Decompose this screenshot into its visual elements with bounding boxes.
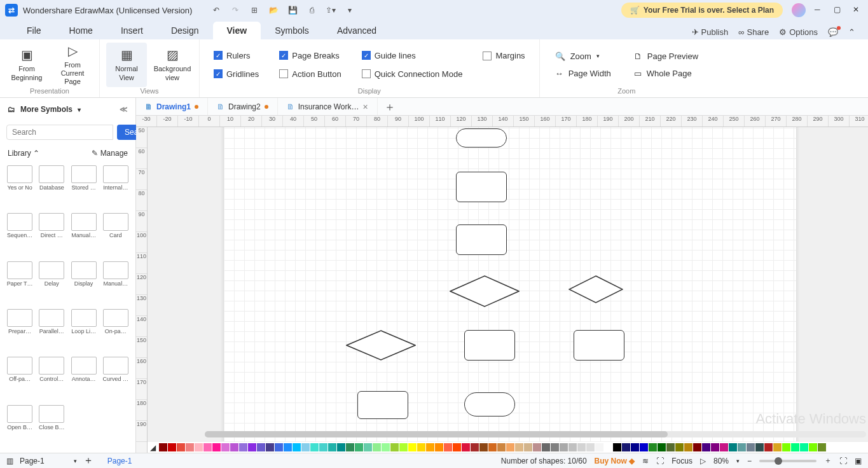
focus-label[interactable]: Focus	[672, 457, 692, 465]
color-swatch[interactable]	[266, 443, 274, 451]
color-swatch[interactable]	[640, 443, 648, 451]
color-swatch[interactable]	[702, 443, 710, 451]
color-swatch[interactable]	[355, 443, 363, 451]
color-swatch[interactable]	[684, 443, 692, 451]
decision-shape[interactable]	[568, 275, 623, 303]
maximize-icon[interactable]: ▢	[834, 5, 844, 15]
shape-library-item[interactable]: Curved …	[101, 357, 130, 402]
zoom-button[interactable]: 🔍Zoom▾	[555, 52, 611, 61]
undo-icon[interactable]: ↶	[211, 5, 221, 15]
minimize-icon[interactable]: ─	[815, 5, 825, 15]
trial-banner[interactable]: 🛒 Your Free Trial is over. Select a Plan	[621, 3, 783, 18]
shape-library-item[interactable]: Parallel…	[37, 309, 66, 354]
color-swatch[interactable]	[186, 443, 194, 451]
color-swatch[interactable]	[275, 443, 283, 451]
shape-library-item[interactable]: Sequen…	[5, 213, 34, 258]
fullscreen-icon[interactable]: ▣	[855, 457, 862, 465]
color-swatch[interactable]	[720, 443, 728, 451]
color-swatch[interactable]	[293, 443, 301, 451]
color-swatch[interactable]	[729, 443, 737, 451]
color-swatch[interactable]	[533, 443, 541, 451]
user-avatar[interactable]	[792, 3, 806, 17]
chevron-down-icon[interactable]: ▾	[78, 106, 81, 113]
drawing-page[interactable]	[224, 127, 796, 453]
guide-lines-checkbox[interactable]: ✓Guide lines	[362, 51, 463, 60]
color-swatch[interactable]	[239, 443, 247, 451]
shape-library-item[interactable]: Control…	[37, 357, 66, 402]
manage-button[interactable]: ✎ Manage	[92, 149, 128, 158]
whole-page-button[interactable]: ▭Whole Page	[634, 69, 698, 78]
color-swatch[interactable]	[631, 443, 639, 451]
publish-button[interactable]: ✈Publish	[692, 27, 729, 37]
page-preview-button[interactable]: 🗋Page Preview	[634, 52, 698, 61]
zoom-in-button[interactable]: ＋	[824, 455, 832, 466]
color-swatch[interactable]	[328, 443, 336, 451]
open-icon[interactable]: 📂	[268, 5, 279, 15]
color-swatch[interactable]	[551, 443, 559, 451]
color-swatch[interactable]	[390, 443, 399, 451]
color-swatch[interactable]	[408, 443, 417, 451]
color-swatch[interactable]	[764, 443, 773, 451]
color-swatch[interactable]	[497, 443, 506, 451]
add-page-button[interactable]: ＋	[83, 454, 93, 467]
color-swatch[interactable]	[773, 443, 782, 451]
color-swatch[interactable]	[604, 443, 612, 451]
color-swatch[interactable]	[257, 443, 265, 451]
color-swatch[interactable]	[747, 443, 755, 451]
margins-checkbox[interactable]: Margins	[483, 51, 525, 60]
color-swatch[interactable]	[159, 443, 167, 451]
color-swatch[interactable]	[310, 443, 319, 451]
shape-library-item[interactable]: Yes or No	[5, 165, 34, 210]
color-swatch[interactable]	[417, 443, 425, 451]
redo-icon[interactable]: ↷	[230, 5, 240, 15]
color-swatch[interactable]	[560, 443, 568, 451]
canvas[interactable]: Activate Windows ◢	[148, 127, 868, 453]
menu-home[interactable]: Home	[55, 22, 107, 39]
color-swatch[interactable]	[248, 443, 256, 451]
menu-symbols[interactable]: Symbols	[261, 22, 323, 39]
horizontal-scrollbar[interactable]	[205, 431, 866, 437]
color-swatch[interactable]	[426, 443, 434, 451]
shape-library-item[interactable]: Delay	[37, 261, 66, 306]
shape-library-item[interactable]: Annota…	[69, 357, 99, 402]
shape-library-item[interactable]: Paper T…	[5, 261, 34, 306]
color-swatch[interactable]	[782, 443, 790, 451]
shape-library-item[interactable]: On-pa…	[101, 309, 130, 354]
color-swatch[interactable]	[595, 443, 603, 451]
from-current-button[interactable]: ▷From Current Page	[52, 43, 93, 87]
decision-shape[interactable]	[450, 275, 520, 307]
collapse-sidebar-icon[interactable]: ≪	[120, 105, 128, 114]
color-swatch[interactable]	[195, 443, 203, 451]
collapse-ribbon-icon[interactable]: ⌃	[848, 27, 855, 37]
shape-library-item[interactable]: Internal…	[101, 165, 130, 210]
color-swatch[interactable]	[791, 443, 799, 451]
normal-view-button[interactable]: ▦Normal View	[106, 43, 147, 87]
document-tab[interactable]: 🗎Drawing1	[136, 98, 208, 115]
color-swatch[interactable]	[800, 443, 808, 451]
color-swatch[interactable]	[649, 443, 657, 451]
color-swatch[interactable]	[542, 443, 550, 451]
shape-library-item[interactable]: Manual…	[101, 261, 130, 306]
color-swatch[interactable]	[168, 443, 176, 451]
shape-library-item[interactable]: Open B…	[5, 405, 34, 450]
color-swatch[interactable]	[515, 443, 523, 451]
color-swatch[interactable]	[337, 443, 345, 451]
quick-connection-checkbox[interactable]: Quick Connection Mode	[362, 69, 463, 79]
menu-design[interactable]: Design	[157, 22, 213, 39]
library-label[interactable]: Library ⌃	[8, 149, 39, 158]
shape-library-item[interactable]: Prepar…	[5, 309, 34, 354]
color-swatch[interactable]	[301, 443, 310, 451]
close-tab-icon[interactable]: ×	[363, 102, 368, 112]
color-swatch[interactable]	[524, 443, 532, 451]
process-shape[interactable]	[456, 224, 507, 255]
search-input[interactable]	[6, 125, 113, 140]
notification-icon[interactable]: 💬	[828, 27, 838, 37]
page-breaks-checkbox[interactable]: ✓Page Breaks	[279, 51, 341, 60]
fit-page-icon[interactable]: ⛶	[839, 457, 847, 465]
save-icon[interactable]: 💾	[287, 5, 298, 15]
scrollbar-thumb[interactable]	[205, 431, 668, 437]
zoom-out-button[interactable]: −	[747, 457, 752, 465]
color-swatch[interactable]	[212, 443, 221, 451]
shape-library-item[interactable]: Direct …	[37, 213, 66, 258]
shape-library-item[interactable]: Stored …	[69, 165, 99, 210]
